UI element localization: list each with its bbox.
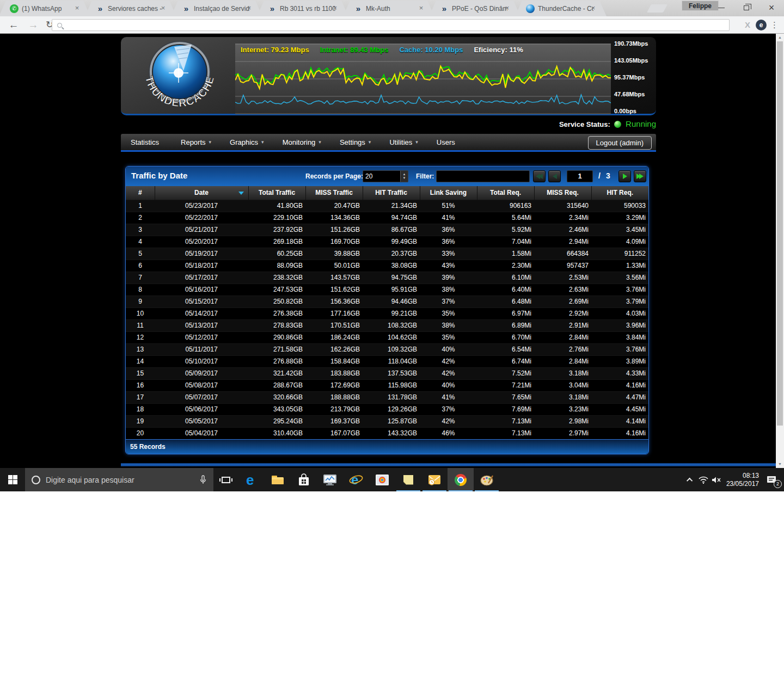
taskbar-search[interactable]: Digite aqui para pesquisar bbox=[25, 468, 213, 491]
table-row: 11 05/13/2017 278.83GB 170.51GB 108.32GB… bbox=[126, 319, 648, 331]
col-header-miss-traffic[interactable]: MISS Traffic bbox=[305, 186, 363, 200]
col-header-index[interactable]: # bbox=[126, 186, 155, 200]
tray-chevron-button[interactable] bbox=[684, 468, 697, 491]
extension-x-icon[interactable]: X bbox=[745, 20, 750, 29]
edge-button[interactable]: e bbox=[238, 468, 265, 491]
col-header-total-traffic[interactable]: Total Traffic bbox=[248, 186, 305, 200]
cell-hit-req: 4.14Mi bbox=[591, 415, 648, 427]
col-header-miss-req[interactable]: MISS Req. bbox=[534, 186, 591, 200]
browser-tab[interactable]: Mk-Auth × bbox=[343, 1, 434, 16]
cell-total-traffic: 290.86GB bbox=[248, 331, 305, 343]
volume-button[interactable] bbox=[710, 468, 723, 491]
browser-tab[interactable]: (1) WhatsApp × bbox=[0, 1, 90, 16]
cell-miss-traffic: 151.62GB bbox=[305, 284, 363, 295]
chrome-button[interactable] bbox=[448, 468, 474, 491]
outlook-button[interactable] bbox=[421, 468, 448, 491]
cell-date: 05/19/2017 bbox=[155, 248, 248, 260]
tab-close-icon[interactable]: × bbox=[590, 5, 597, 12]
nav-item[interactable]: Reports ▾ bbox=[181, 138, 211, 146]
page-bottom-divider bbox=[121, 463, 776, 466]
action-center-button[interactable]: 2 bbox=[762, 468, 781, 491]
browser-tab[interactable]: ThunderCache - Cor × bbox=[515, 1, 607, 16]
restore-button[interactable] bbox=[734, 0, 759, 15]
col-header-link-saving[interactable]: Link Saving bbox=[420, 186, 477, 200]
task-view-button[interactable] bbox=[213, 468, 238, 491]
cell-hit-traffic: 137.53GB bbox=[363, 367, 420, 379]
scroll-up-icon[interactable]: ▲ bbox=[776, 34, 784, 41]
cell-link-saving: 41% bbox=[420, 391, 477, 403]
browser-menu-icon[interactable]: ⋮ bbox=[770, 20, 779, 30]
address-bar[interactable] bbox=[52, 19, 730, 31]
col-header-date[interactable]: Date bbox=[155, 186, 248, 200]
scroll-down-icon[interactable]: ▼ bbox=[776, 460, 784, 468]
nav-item[interactable]: Settings ▾ bbox=[340, 138, 371, 146]
tab-title: Instalçao de Servido bbox=[194, 5, 249, 13]
browser-tab[interactable]: Instalçao de Servido × bbox=[171, 1, 262, 16]
spinner-down-icon[interactable]: ▼ bbox=[403, 177, 406, 180]
cell-miss-traffic: 39.88GB bbox=[305, 248, 363, 260]
wifi-button[interactable] bbox=[697, 468, 710, 491]
nav-item-label: Statistics bbox=[131, 138, 159, 146]
nav-item[interactable]: Statistics bbox=[131, 138, 162, 146]
browser-tab[interactable]: PPoE - QoS Dinâmic × bbox=[429, 1, 520, 16]
close-button[interactable]: × bbox=[759, 0, 784, 15]
browser-tab[interactable]: Rb 3011 vs rb 1100 × bbox=[257, 1, 348, 16]
tab-close-icon[interactable]: × bbox=[418, 5, 425, 12]
tab-close-icon[interactable]: × bbox=[332, 5, 339, 12]
extension-e-icon[interactable]: e bbox=[756, 20, 767, 30]
tab-close-icon[interactable]: × bbox=[74, 5, 81, 12]
cell-total-req: 7.04Mi bbox=[477, 236, 534, 248]
sort-down-icon bbox=[238, 192, 244, 195]
microphone-icon[interactable] bbox=[199, 475, 207, 485]
col-header-total-req[interactable]: Total Req. bbox=[477, 186, 534, 200]
tab-close-icon[interactable]: × bbox=[504, 5, 511, 12]
next-page-button[interactable] bbox=[618, 170, 631, 182]
prev-page-button[interactable] bbox=[548, 170, 561, 182]
new-tab-button[interactable] bbox=[647, 4, 667, 13]
cell-miss-traffic: 167.07GB bbox=[305, 427, 363, 439]
cell-hit-traffic: 99.21GB bbox=[363, 307, 420, 319]
cell-miss-traffic: 169.70GB bbox=[305, 236, 363, 248]
spinner-up-icon[interactable]: ▲ bbox=[403, 173, 406, 176]
table-row: 15 05/09/2017 321.42GB 183.88GB 137.53GB… bbox=[126, 367, 648, 379]
forward-button[interactable]: → bbox=[27, 19, 39, 31]
first-page-button[interactable] bbox=[533, 170, 546, 182]
file-explorer-button[interactable] bbox=[265, 468, 291, 491]
windows-store-button[interactable] bbox=[291, 468, 317, 491]
internet-explorer-button[interactable]: e bbox=[343, 468, 369, 491]
table-row: 4 05/20/2017 269.18GB 169.70GB 99.49GB 3… bbox=[126, 236, 648, 248]
cell-hit-traffic: 94.75GB bbox=[363, 272, 420, 284]
taskbar-clock[interactable]: 08:13 23/05/2017 bbox=[723, 472, 762, 488]
col-header-hit-req[interactable]: HIT Req. bbox=[591, 186, 648, 200]
page-scrollbar[interactable]: ▲ ▼ bbox=[776, 34, 784, 468]
paint-button[interactable] bbox=[474, 468, 500, 491]
tab-close-icon[interactable]: × bbox=[246, 5, 253, 12]
tab-close-icon[interactable]: × bbox=[160, 5, 167, 12]
minimize-button[interactable] bbox=[709, 0, 734, 15]
tab-title: ThunderCache - Cor bbox=[538, 5, 593, 13]
main-nav: Statistics Reports ▾ Graphics ▾ Monitori… bbox=[121, 134, 656, 152]
volume-muted-icon bbox=[712, 476, 721, 484]
cell-date: 05/22/2017 bbox=[155, 212, 248, 224]
nav-item[interactable]: Utilities ▾ bbox=[389, 138, 418, 146]
last-page-button[interactable] bbox=[634, 170, 646, 182]
nav-item[interactable]: Users bbox=[437, 138, 458, 146]
cell-hit-req: 3.96Mi bbox=[591, 319, 648, 331]
sticky-notes-button[interactable] bbox=[395, 468, 421, 491]
system-monitor-button[interactable] bbox=[317, 468, 343, 491]
logout-button[interactable]: Logout (admin) bbox=[588, 136, 652, 150]
scrollbar-thumb[interactable] bbox=[777, 41, 783, 426]
filter-input[interactable] bbox=[436, 170, 530, 182]
back-button[interactable]: ← bbox=[8, 19, 20, 31]
address-input[interactable] bbox=[65, 21, 729, 29]
records-spinner[interactable]: ▲ ▼ bbox=[400, 171, 408, 182]
nav-item[interactable]: Monitoring ▾ bbox=[283, 138, 321, 146]
browser-tab[interactable]: Serviores caches - p × bbox=[85, 1, 176, 16]
start-button[interactable] bbox=[0, 468, 25, 491]
col-header-hit-traffic[interactable]: HIT Traffic bbox=[363, 186, 420, 200]
current-page-input[interactable]: 1 bbox=[567, 170, 593, 182]
nav-item[interactable]: Graphics ▾ bbox=[230, 138, 264, 146]
cell-hit-req: 4.47Mi bbox=[591, 391, 648, 403]
axis-label: 143.05Mbps bbox=[614, 57, 648, 64]
photos-button[interactable] bbox=[369, 468, 395, 491]
